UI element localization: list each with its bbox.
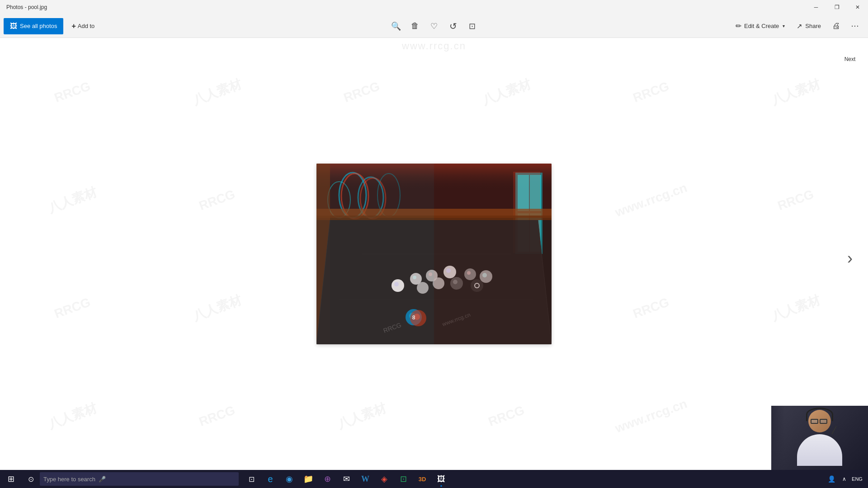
mail-icon: ✉ xyxy=(343,474,350,484)
person-body xyxy=(797,434,842,466)
wm-5: RRCG xyxy=(565,38,737,168)
start-button[interactable]: ⊞ xyxy=(0,470,22,488)
taskbar-photos[interactable]: 🖼 xyxy=(432,470,450,488)
share-button[interactable]: ↗ Share xyxy=(791,18,826,34)
delete-button[interactable]: 🗑 xyxy=(406,17,424,35)
app2-icon: ◈ xyxy=(381,474,387,484)
next-label: Next xyxy=(844,56,856,62)
delete-icon: 🗑 xyxy=(411,21,419,31)
photos-taskbar-icon: 🖼 xyxy=(437,474,445,484)
more-icon: ··· xyxy=(851,23,859,30)
plus-icon: + xyxy=(71,22,75,30)
taskbar-ie[interactable]: e xyxy=(261,470,279,488)
close-button[interactable]: ✕ xyxy=(847,0,868,14)
search-placeholder-text: Type here to search xyxy=(40,476,95,483)
wm-8: RRCG xyxy=(131,124,303,275)
toolbar-right: ✏ Edit & Create ▾ ↗ Share 🖨 ··· xyxy=(730,17,864,35)
print-button[interactable]: 🖨 xyxy=(827,17,845,35)
crop-button[interactable]: ⊡ xyxy=(463,17,481,35)
next-chevron-icon: › xyxy=(847,249,853,268)
more-options-button[interactable]: ··· xyxy=(846,17,864,35)
system-tray-chevron[interactable]: ∧ xyxy=(840,476,848,482)
wm-23: www.rrcg.cn xyxy=(565,340,737,470)
top-watermark-url: www.rrcg.cn xyxy=(0,38,868,52)
person-head xyxy=(808,410,831,432)
taskbar: ⊞ ⊙ Type here to search 🎤 ⊡ e ◉ 📁 ⊕ ✉ W … xyxy=(0,470,868,488)
rotate-button[interactable]: ↺ xyxy=(444,17,462,35)
edit-create-button[interactable]: ✏ Edit & Create ▾ xyxy=(730,18,790,34)
microphone xyxy=(831,426,837,434)
wm-1: RRCG xyxy=(0,38,159,168)
wm-11: www.rrcg.cn xyxy=(565,124,737,275)
taskbar-app2[interactable]: ◈ xyxy=(375,470,393,488)
taskbar-explorer[interactable]: 📁 xyxy=(299,470,317,488)
share-icon: ↗ xyxy=(797,22,802,30)
next-navigation-area[interactable]: Next › xyxy=(832,38,868,470)
toolbar: 🖼 See all photos + Add to 🔍 🗑 ♡ ↺ ⊡ ✏ Ed… xyxy=(0,14,868,38)
heart-button[interactable]: ♡ xyxy=(425,17,443,35)
taskbar-app3[interactable]: ⊡ xyxy=(394,470,412,488)
taskbar-edge[interactable]: ◉ xyxy=(280,470,298,488)
chevron-down-icon: ▾ xyxy=(783,23,785,28)
3d-icon: 3D xyxy=(419,476,426,483)
title-bar: Photos - pool.jpg ─ ❐ ✕ xyxy=(0,0,868,14)
language-button[interactable]: ENG xyxy=(850,470,864,488)
search-button[interactable]: ⊙ xyxy=(22,470,40,488)
app3-icon: ⊡ xyxy=(400,474,407,484)
app1-icon: ⊕ xyxy=(324,474,331,484)
maximize-button[interactable]: ❐ xyxy=(826,0,847,14)
people-icon: 👤 xyxy=(828,475,835,483)
taskbar-task-view[interactable]: ⊡ xyxy=(242,470,260,488)
headset xyxy=(806,408,833,421)
wm-21: 八人素材 xyxy=(275,340,448,470)
minimize-button[interactable]: ─ xyxy=(806,0,826,14)
photo-container: 8 RRCG www.rrcg.cn xyxy=(316,164,552,344)
toolbar-center-icons: 🔍 🗑 ♡ ↺ ⊡ xyxy=(387,17,481,35)
crop-icon: ⊡ xyxy=(469,21,476,31)
taskbar-right-area: 👤 ∧ ENG xyxy=(824,470,868,488)
wm-14: 八人素材 xyxy=(131,232,303,383)
see-all-photos-button[interactable]: 🖼 See all photos xyxy=(4,18,63,34)
edge-icon: ◉ xyxy=(286,474,293,484)
title-bar-controls: ─ ❐ ✕ xyxy=(806,0,868,14)
pool-image-svg: 8 RRCG www.rrcg.cn xyxy=(316,164,552,344)
main-content: RRCG 八人素材 RRCG 八人素材 RRCG 八人素材 八人素材 RRCG … xyxy=(0,38,868,470)
svg-rect-42 xyxy=(316,164,434,344)
video-overlay xyxy=(771,406,868,470)
rotate-icon: ↺ xyxy=(449,21,457,32)
ie-icon: e xyxy=(268,474,273,484)
word-icon: W xyxy=(361,474,369,484)
title-bar-text: Photos - pool.jpg xyxy=(5,4,47,10)
explorer-icon: 📁 xyxy=(303,474,313,484)
windows-icon: ⊞ xyxy=(8,474,14,484)
print-icon: 🖨 xyxy=(832,21,840,31)
microphone-button[interactable]: 🎤 xyxy=(95,472,109,486)
wm-2: 八人素材 xyxy=(131,38,303,168)
see-all-label: See all photos xyxy=(20,23,57,29)
heart-icon: ♡ xyxy=(430,21,438,31)
add-to-label: Add to xyxy=(78,23,95,29)
taskbar-app1[interactable]: ⊕ xyxy=(318,470,336,488)
taskbar-mail[interactable]: ✉ xyxy=(337,470,355,488)
taskbar-3d[interactable]: 3D xyxy=(413,470,431,488)
task-view-icon: ⊡ xyxy=(249,475,255,483)
wm-22: RRCG xyxy=(420,340,593,470)
edit-create-label: Edit & Create xyxy=(744,23,779,29)
add-to-button[interactable]: + Add to xyxy=(65,18,101,34)
pencil-icon: ✏ xyxy=(736,22,741,30)
background-left xyxy=(771,406,785,470)
person-representation xyxy=(797,410,842,466)
taskbar-apps: ⊡ e ◉ 📁 ⊕ ✉ W ◈ ⊡ 3D 🖼 xyxy=(242,470,450,488)
people-icon-button[interactable]: 👤 xyxy=(824,470,839,488)
taskbar-word[interactable]: W xyxy=(356,470,374,488)
wm-20: RRCG xyxy=(131,340,303,470)
wm-19: 八人素材 xyxy=(0,340,159,470)
search-box[interactable]: Type here to search 🎤 xyxy=(40,472,239,486)
search-icon: ⊙ xyxy=(28,475,34,483)
share-label: Share xyxy=(805,23,821,29)
photos-icon: 🖼 xyxy=(10,22,17,30)
video-person xyxy=(771,406,868,470)
zoom-button[interactable]: 🔍 xyxy=(387,17,405,35)
wm-7: 八人素材 xyxy=(0,124,159,275)
wm-17: RRCG xyxy=(565,232,737,383)
